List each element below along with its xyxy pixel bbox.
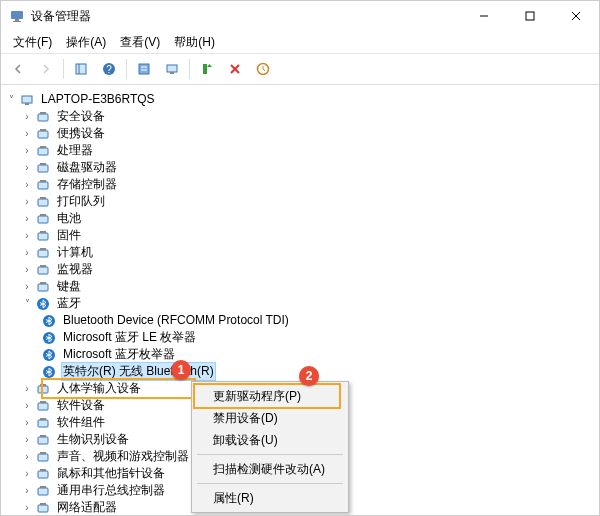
menu-view[interactable]: 查看(V) (114, 32, 166, 53)
expand-icon[interactable]: › (21, 261, 33, 278)
svg-rect-30 (38, 182, 48, 189)
menu-properties[interactable]: 属性(R) (195, 487, 345, 509)
bluetooth-icon (41, 347, 57, 363)
tree-root[interactable]: ˅ LAPTOP-E3B6RTQS (5, 91, 595, 108)
menubar: 文件(F) 操作(A) 查看(V) 帮助(H) (1, 31, 599, 54)
device-category-icon (35, 143, 51, 159)
uninstall-button[interactable] (222, 56, 248, 82)
update-button[interactable] (194, 56, 220, 82)
expand-icon[interactable]: › (21, 448, 33, 465)
bluetooth-device-item[interactable]: Bluetooth Device (RFCOMM Protocol TDI) (5, 312, 595, 329)
category-item[interactable]: ›磁盘驱动器 (5, 159, 595, 176)
expand-icon[interactable]: › (21, 397, 33, 414)
forward-button[interactable] (33, 56, 59, 82)
svg-rect-4 (526, 12, 534, 20)
category-label: 生物识别设备 (55, 431, 131, 448)
svg-rect-61 (38, 488, 48, 495)
bluetooth-icon (41, 313, 57, 329)
svg-rect-16 (203, 64, 207, 74)
menu-update-driver[interactable]: 更新驱动程序(P) (195, 385, 345, 407)
menu-disable[interactable]: 禁用设备(D) (195, 407, 345, 429)
category-label: 安全设备 (55, 108, 107, 125)
category-item[interactable]: ›存储控制器 (5, 176, 595, 193)
disable-button[interactable] (250, 56, 276, 82)
expand-icon[interactable]: ˅ (21, 295, 33, 312)
category-label: 网络适配器 (55, 499, 119, 515)
category-bluetooth[interactable]: ˅ 蓝牙 (5, 295, 595, 312)
category-item[interactable]: ›处理器 (5, 142, 595, 159)
expand-icon[interactable]: › (21, 193, 33, 210)
svg-rect-37 (40, 231, 46, 233)
menu-file[interactable]: 文件(F) (7, 32, 58, 53)
menu-scan[interactable]: 扫描检测硬件改动(A) (195, 458, 345, 480)
back-button[interactable] (5, 56, 31, 82)
device-label: 英特尔(R) 无线 Bluetooth(R) (61, 362, 216, 381)
menu-help[interactable]: 帮助(H) (168, 32, 221, 53)
svg-rect-59 (38, 471, 48, 478)
svg-rect-34 (38, 216, 48, 223)
category-label: 便携设备 (55, 125, 107, 142)
svg-rect-64 (40, 503, 46, 505)
device-manager-window: 设备管理器 文件(F) 操作(A) 查看(V) 帮助(H) ? ˅ LAPTOP… (0, 0, 600, 516)
expand-icon[interactable]: › (21, 210, 33, 227)
expand-icon[interactable]: ˅ (5, 91, 17, 108)
bluetooth-device-item[interactable]: Microsoft 蓝牙 LE 枚举器 (5, 329, 595, 346)
expand-icon[interactable]: › (21, 125, 33, 142)
svg-rect-52 (40, 401, 46, 403)
menu-uninstall[interactable]: 卸载设备(U) (195, 429, 345, 451)
bluetooth-icon (41, 330, 57, 346)
expand-icon[interactable]: › (21, 244, 33, 261)
maximize-button[interactable] (507, 1, 553, 31)
device-category-icon (35, 415, 51, 431)
category-label: 鼠标和其他指针设备 (55, 465, 167, 482)
category-label: 固件 (55, 227, 83, 244)
expand-icon[interactable]: › (21, 142, 33, 159)
expand-icon[interactable]: › (21, 414, 33, 431)
category-item[interactable]: ›固件 (5, 227, 595, 244)
category-label: 监视器 (55, 261, 95, 278)
expand-icon[interactable]: › (21, 482, 33, 499)
close-button[interactable] (553, 1, 599, 31)
svg-rect-26 (38, 148, 48, 155)
category-item[interactable]: ›监视器 (5, 261, 595, 278)
device-category-icon (35, 126, 51, 142)
category-label: 人体学输入设备 (55, 380, 143, 397)
category-item[interactable]: ›便携设备 (5, 125, 595, 142)
help-button[interactable]: ? (96, 56, 122, 82)
svg-rect-14 (167, 65, 177, 72)
menu-action[interactable]: 操作(A) (60, 32, 112, 53)
device-tree[interactable]: ˅ LAPTOP-E3B6RTQS ›安全设备›便携设备›处理器›磁盘驱动器›存… (1, 85, 599, 515)
expand-icon[interactable]: › (21, 176, 33, 193)
category-item[interactable]: ›键盘 (5, 278, 595, 295)
device-category-icon (35, 449, 51, 465)
expand-icon[interactable]: › (21, 431, 33, 448)
category-item[interactable]: ›电池 (5, 210, 595, 227)
device-category-icon (35, 228, 51, 244)
svg-rect-58 (40, 452, 46, 454)
expand-icon[interactable]: › (21, 278, 33, 295)
titlebar: 设备管理器 (1, 1, 599, 31)
monitor-button[interactable] (159, 56, 185, 82)
expand-icon[interactable]: › (21, 159, 33, 176)
computer-icon (19, 92, 35, 108)
expand-icon[interactable]: › (21, 108, 33, 125)
view-button[interactable] (68, 56, 94, 82)
svg-rect-57 (38, 454, 48, 461)
category-item[interactable]: ›安全设备 (5, 108, 595, 125)
category-item[interactable]: ›打印队列 (5, 193, 595, 210)
device-category-icon (35, 466, 51, 482)
window-title: 设备管理器 (31, 8, 461, 25)
minimize-button[interactable] (461, 1, 507, 31)
category-item[interactable]: ›计算机 (5, 244, 595, 261)
device-category-icon (35, 279, 51, 295)
device-label: Microsoft 蓝牙枚举器 (61, 346, 177, 363)
expand-icon[interactable]: › (21, 380, 33, 397)
bluetooth-device-item[interactable]: Microsoft 蓝牙枚举器 (5, 346, 595, 363)
properties-button[interactable] (131, 56, 157, 82)
svg-rect-60 (40, 469, 46, 471)
expand-icon[interactable]: › (21, 227, 33, 244)
expand-icon[interactable]: › (21, 465, 33, 482)
menu-separator (197, 483, 343, 484)
expand-icon[interactable]: › (21, 499, 33, 515)
badge-2: 2 (299, 366, 319, 386)
